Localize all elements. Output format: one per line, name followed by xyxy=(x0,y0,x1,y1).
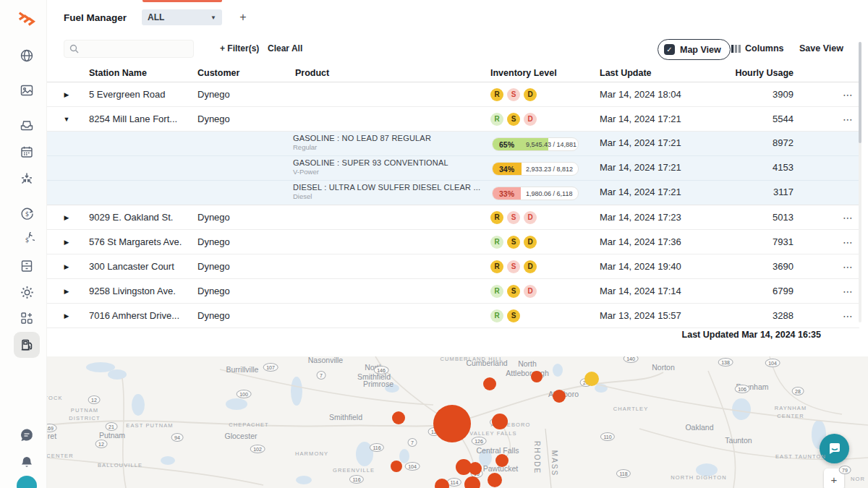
product-name-block: GASOLINE : SUPER 93 CONVENTIONALV-Power xyxy=(293,158,448,176)
row-menu-button[interactable]: ⋯ xyxy=(817,261,859,273)
map-town-label: Oakland xyxy=(685,423,713,432)
notifications-bell-icon[interactable] xyxy=(18,454,35,471)
expand-caret-icon[interactable]: ▶ xyxy=(46,312,87,320)
money-up-icon[interactable]: $ xyxy=(18,231,35,248)
inventory-badge-s: S xyxy=(507,260,520,273)
expand-caret-icon[interactable]: ▶ xyxy=(46,263,87,270)
column-header-station: Station Name xyxy=(87,68,195,78)
apps-add-icon[interactable] xyxy=(18,309,35,327)
merge-icon[interactable] xyxy=(18,170,35,187)
route-shield: 12 xyxy=(95,440,108,448)
last-update: Mar 14, 2024 17:36 xyxy=(597,236,734,247)
search-input[interactable] xyxy=(83,43,187,55)
inventory-percent: 34% xyxy=(499,165,514,174)
inbox-icon[interactable] xyxy=(18,116,35,134)
table-header-row: Station NameCustomerProductInventory Lev… xyxy=(46,64,859,82)
map-town-label: Glocester xyxy=(225,432,258,441)
sidebar-item-fuel-manager[interactable] xyxy=(14,332,40,358)
product-row[interactable]: GASOLINE : NO LEAD 87 REGULARRegular65%9… xyxy=(46,132,859,156)
station-map-marker[interactable] xyxy=(392,411,405,424)
customer-name: Dynego xyxy=(195,286,293,296)
station-name: 9029 E. Oakland St. xyxy=(87,212,195,223)
station-map-marker[interactable] xyxy=(433,405,471,442)
clear-all-button[interactable]: Clear All xyxy=(268,43,302,53)
inventory-badge-r: R xyxy=(490,113,503,126)
route-shield: 79 xyxy=(839,466,851,474)
route-shield: 116 xyxy=(349,475,364,484)
app-logo-icon[interactable] xyxy=(18,11,35,28)
map-town-label: ret xyxy=(48,432,56,441)
view-selector-dropdown[interactable]: ALL ▼ xyxy=(142,9,222,25)
archive-icon[interactable] xyxy=(18,257,35,275)
station-map-marker[interactable] xyxy=(469,462,482,475)
expand-caret-icon[interactable]: ▶ xyxy=(46,288,87,295)
row-menu-button[interactable]: ⋯ xyxy=(817,212,859,223)
route-shield: 146 xyxy=(374,366,389,374)
station-map-marker[interactable] xyxy=(391,461,402,472)
table-row[interactable]: ▼8254 Mill Lane Fort...DynegoRSDMar 14, … xyxy=(46,107,859,132)
row-menu-button[interactable]: ⋯ xyxy=(817,236,859,248)
columns-button[interactable]: Columns xyxy=(731,43,783,53)
collapse-caret-icon[interactable]: ▼ xyxy=(46,116,87,123)
table-row[interactable]: ▶5 Evergreen RoadDynegoRSDMar 14, 2024 1… xyxy=(46,82,859,107)
station-map-marker[interactable] xyxy=(531,371,542,382)
route-shield: 107 xyxy=(263,363,278,372)
station-name: 8254 Mill Lane Fort... xyxy=(87,114,195,124)
row-menu-button[interactable]: ⋯ xyxy=(817,89,859,100)
settings-gear-icon[interactable] xyxy=(18,283,35,301)
map-town-label: Burrillville xyxy=(226,365,259,374)
map-area-label: GREENVILLE xyxy=(333,466,375,474)
row-menu-button[interactable]: ⋯ xyxy=(817,310,859,322)
calendar-icon[interactable] xyxy=(18,143,35,160)
checkbox-checked-icon: ✓ xyxy=(664,44,675,55)
product-row[interactable]: DIESEL : ULTRA LOW SULFER DIESEL CLEAR .… xyxy=(46,181,859,205)
globe-icon[interactable] xyxy=(18,47,35,64)
map-town-label: Smithfield xyxy=(329,413,362,422)
map-town-label: Norton xyxy=(652,363,675,372)
gallery-icon[interactable] xyxy=(18,82,35,99)
table-row[interactable]: ▶9029 E. Oakland St.DynegoRSDMar 14, 202… xyxy=(46,205,859,230)
table-row[interactable]: ▶300 Lancaster CourtDynegoRSDMar 14, 202… xyxy=(46,254,859,279)
money-back-icon[interactable]: $ xyxy=(18,205,35,222)
station-name: 300 Lancaster Court xyxy=(87,261,195,272)
filters-button[interactable]: + Filter(s) xyxy=(220,43,259,53)
search-box[interactable] xyxy=(64,40,194,58)
inventory-percent: 65% xyxy=(499,140,514,149)
chat-icon[interactable] xyxy=(18,427,35,445)
inventory-badge-d: D xyxy=(524,113,537,126)
map-state-label: MASS xyxy=(550,450,558,476)
row-menu-button[interactable]: ⋯ xyxy=(817,286,859,297)
station-name: 7016 Amherst Drive... xyxy=(87,310,195,321)
inventory-badge-r: R xyxy=(490,236,503,249)
station-map-marker[interactable] xyxy=(584,372,599,386)
station-map-marker[interactable] xyxy=(483,377,496,390)
map-view-toggle[interactable]: ✓ Map View xyxy=(658,39,731,60)
product-row[interactable]: GASOLINE : SUPER 93 CONVENTIONALV-Power3… xyxy=(46,156,859,181)
table-row[interactable]: ▶7016 Amherst Drive...DynegoRSMar 13, 20… xyxy=(46,304,859,328)
avatar[interactable] xyxy=(17,476,37,488)
inventory-percent: 33% xyxy=(499,189,514,198)
inventory-level-bar: 65%9,545.43 / 14,881 xyxy=(492,137,579,151)
station-map-marker[interactable] xyxy=(495,454,509,467)
station-map-marker[interactable] xyxy=(435,479,449,488)
expand-caret-icon[interactable]: ▶ xyxy=(46,91,87,98)
station-map-marker[interactable] xyxy=(488,473,502,487)
station-map-marker[interactable] xyxy=(492,414,508,429)
inventory-badge-r: R xyxy=(490,260,503,273)
add-view-button[interactable]: + xyxy=(235,9,251,25)
row-menu-button[interactable]: ⋯ xyxy=(817,114,859,125)
expand-caret-icon[interactable]: ▶ xyxy=(46,214,87,221)
product-name: DIESEL : ULTRA LOW SULFER DIESEL CLEAR .… xyxy=(293,183,480,192)
sidebar: $ $ xyxy=(0,0,47,488)
save-view-button[interactable]: Save View xyxy=(799,43,843,53)
station-map-marker[interactable] xyxy=(464,476,480,488)
scrollbar-thumb[interactable] xyxy=(859,42,861,143)
map-area-label: PUTNAM DISTRICT xyxy=(69,406,100,423)
table-row[interactable]: ▶576 St Margarets Ave.DynegoRSDMar 14, 2… xyxy=(46,230,859,254)
fuel-manager-app: $ $ xyxy=(0,0,868,488)
inventory-badge-r: R xyxy=(490,309,503,322)
product-name: GASOLINE : NO LEAD 87 REGULAR xyxy=(293,134,431,142)
expand-caret-icon[interactable]: ▶ xyxy=(46,239,87,246)
table-row[interactable]: ▶9258 Livingston Ave.DynegoRSDMar 14, 20… xyxy=(46,279,859,304)
station-map-marker[interactable] xyxy=(553,390,566,403)
